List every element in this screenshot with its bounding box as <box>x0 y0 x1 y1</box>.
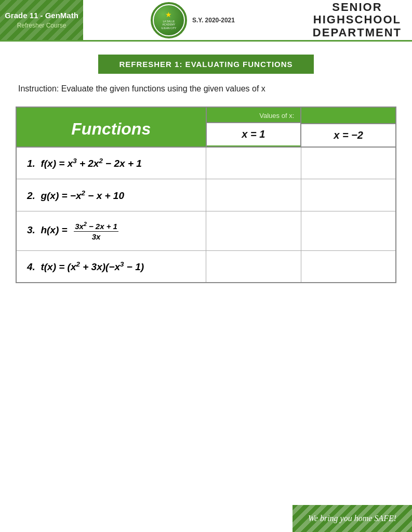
school-logo: ★ LA SALLEACADEMYILIGAN CITY <box>151 2 187 38</box>
func-3-cell: 3. h(x) = 3x2 − 2x + 1 3x <box>16 211 206 250</box>
func-2-ans1 <box>206 179 301 211</box>
header-center: ★ LA SALLEACADEMYILIGAN CITY S.Y. 2020-2… <box>83 0 302 40</box>
table-header-row: Functions Values of x: x = 1 x = −2 <box>16 107 396 147</box>
func-1-ans2 <box>301 147 396 179</box>
school-line3: DEPARTMENT <box>313 26 402 39</box>
school-title: SENIOR HIGHSCHOOL DEPARTMENT <box>313 1 402 39</box>
school-year: S.Y. 2020-2021 <box>192 17 235 24</box>
banner-wrapper: REFRESHER 1: EVALUATING FUNCTIONS <box>16 55 396 74</box>
func-2-ans2 <box>301 179 396 211</box>
table-row: 1. f(x) = x3 + 2x2 − 2x + 1 <box>16 147 396 179</box>
func-4-ans1 <box>206 250 301 283</box>
grade-title: Grade 11 - GenMath <box>5 11 78 20</box>
logo-star-icon: ★ <box>165 10 172 19</box>
instruction-text: Instruction: Evaluate the given function… <box>16 84 396 94</box>
func-1-ans1 <box>206 147 301 179</box>
school-line1: SENIOR <box>313 1 402 14</box>
table-row: 4. t(x) = (x2 + 3x)(−x3 − 1) <box>16 250 396 283</box>
page-header: Grade 11 - GenMath Refresher Course ★ LA… <box>0 0 412 42</box>
functions-label: Functions <box>27 119 195 139</box>
header-right: SENIOR HIGHSCHOOL DEPARTMENT <box>302 0 412 40</box>
values-label: Values of x: <box>207 108 301 122</box>
values-header-cell: Values of x: x = 1 <box>206 107 301 147</box>
func-3-ans1 <box>206 211 301 250</box>
header-left-stripe: Grade 11 - GenMath Refresher Course <box>0 0 83 40</box>
school-line2: HIGHSCHOOL <box>313 14 402 26</box>
func-1-cell: 1. f(x) = x3 + 2x2 − 2x + 1 <box>16 147 206 179</box>
page-footer: We bring you home SAFE! <box>293 505 412 532</box>
func-2-cell: 2. g(x) = −x2 − x + 10 <box>16 179 206 211</box>
x2-value: x = −2 <box>334 129 363 141</box>
table-row: 2. g(x) = −x2 − x + 10 <box>16 179 396 211</box>
table-row: 3. h(x) = 3x2 − 2x + 1 3x <box>16 211 396 250</box>
footer-text: We bring you home SAFE! <box>308 514 396 523</box>
main-content: REFRESHER 1: EVALUATING FUNCTIONS Instru… <box>0 42 412 296</box>
functions-header-cell: Functions <box>16 107 206 147</box>
refresher-subtitle: Refresher Course <box>5 22 78 29</box>
func-4-cell: 4. t(x) = (x2 + 3x)(−x3 − 1) <box>16 250 206 283</box>
x2-header-cell: x = −2 <box>301 107 396 147</box>
refresher-banner: REFRESHER 1: EVALUATING FUNCTIONS <box>98 55 313 74</box>
func-4-ans2 <box>301 250 396 283</box>
func-3-ans2 <box>301 211 396 250</box>
x1-value: x = 1 <box>242 128 265 140</box>
logo-text: LA SALLEACADEMYILIGAN CITY <box>161 20 176 30</box>
functions-table: Functions Values of x: x = 1 x = −2 <box>16 107 396 283</box>
